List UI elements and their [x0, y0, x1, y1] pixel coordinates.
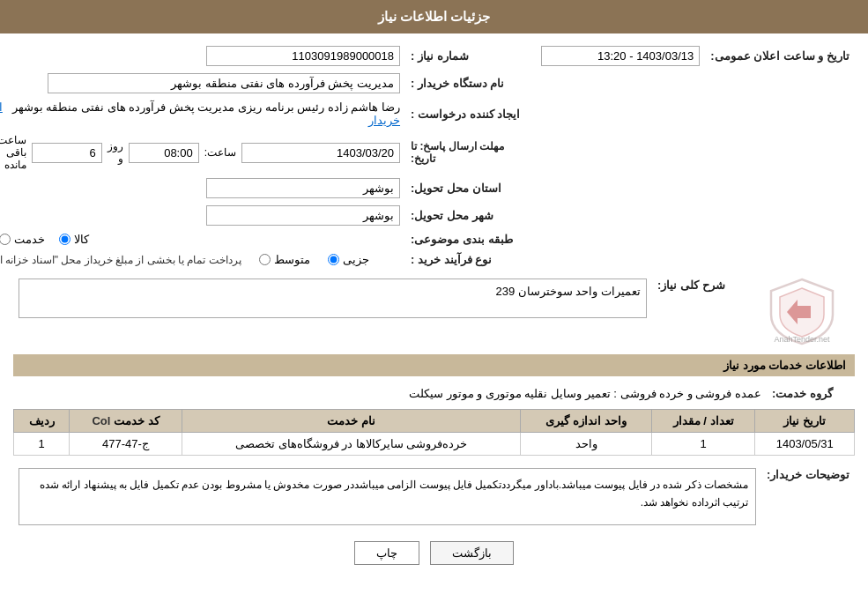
buyer-org-value: مدیریت پخش فرآورده های نفتی منطقه بوشهر — [0, 70, 405, 97]
cell-unit: واحد — [521, 433, 651, 456]
send-day-label: روز و — [108, 140, 123, 165]
col-quantity: تعداد / مقدار — [651, 410, 755, 433]
buyer-notes-value: مشخصات ذکر شده در فایل پیوست میباشد.بادا… — [13, 464, 761, 529]
service-group-label: گروه خدمت: — [767, 383, 855, 404]
need-number-value: 1103091989000018 — [0, 42, 405, 70]
table-row: 1403/05/31 1 واحد خرده‌فروشی سایرکالاها … — [14, 433, 855, 456]
process-options: پرداخت تمام یا بخشی از مبلغ خریداز محل "… — [0, 249, 405, 270]
province-label: استان محل تحویل: — [405, 175, 525, 202]
cell-row-num: 1 — [14, 433, 70, 456]
category-service-option: خدمت — [0, 233, 45, 246]
buyer-org-label-text: نام دستگاه خریدار : — [405, 70, 525, 97]
creator-value: رضا هاشم زاده رئیس برنامه ریزی مدیریت پخ… — [0, 97, 405, 130]
remaining-label: ساعت باقی مانده — [0, 134, 26, 171]
col-service-name: نام خدمت — [182, 410, 521, 433]
process-medium-radio[interactable] — [259, 254, 271, 265]
col-unit: واحد اندازه گیری — [521, 410, 651, 433]
need-number-label: شماره نیاز : — [405, 42, 525, 70]
process-medium-option: متوسط — [259, 253, 310, 266]
process-label: نوع فرآیند خرید : — [405, 249, 525, 270]
send-deadline-row: 16:52:08 ساعت باقی مانده 6 روز و 08:00 س… — [0, 130, 405, 175]
category-options: کالا/خدمت خدمت کالا — [0, 229, 405, 249]
buyer-notes-label: توضیحات خریدار: — [761, 464, 855, 529]
col-row-num: ردیف — [14, 410, 70, 433]
city-value: بوشهر — [0, 202, 405, 229]
cell-quantity: 1 — [651, 433, 755, 456]
page-header: جزئیات اطلاعات نیاز — [0, 0, 868, 33]
city-label: شهر محل تحویل: — [405, 202, 525, 229]
category-label: طبقه بندی موضوعی: — [405, 229, 525, 249]
send-deadline-label: مهلت ارسال پاسخ: تا تاریخ: — [405, 130, 525, 175]
send-date-value: 1403/03/20 — [241, 143, 400, 163]
services-table: تاریخ نیاز تعداد / مقدار واحد اندازه گیر… — [13, 409, 855, 456]
announce-datetime-value: 1403/03/13 - 13:20 — [536, 42, 705, 70]
category-goods-option: کالا — [59, 233, 89, 246]
send-day-value: 6 — [32, 143, 102, 163]
send-time-value: 08:00 — [129, 143, 199, 163]
button-row: بازگشت چاپ — [13, 541, 855, 565]
process-partial-radio[interactable] — [328, 254, 339, 265]
col-service-code: کد خدمت Col — [70, 410, 182, 433]
category-goods-radio[interactable] — [59, 234, 70, 245]
service-group-value: عمده فروشی و خرده فروشی : تعمیر وسایل نق… — [13, 383, 767, 404]
announce-datetime-label: تاریخ و ساعت اعلان عمومی: — [705, 42, 855, 70]
col-badge: Col — [92, 414, 110, 427]
need-desc-label: شرح کلی نیاز: — [652, 275, 740, 322]
cell-need-date: 1403/05/31 — [755, 433, 855, 456]
page-title: جزئیات اطلاعات نیاز — [378, 9, 490, 24]
cell-service-code: ج-47-477 — [70, 433, 182, 456]
process-note: پرداخت تمام یا بخشی از مبلغ خریداز محل "… — [0, 254, 241, 266]
province-value: بوشهر — [0, 175, 405, 202]
services-section-title: اطلاعات خدمات مورد نیاز — [13, 354, 855, 376]
buyer-org-label — [536, 70, 855, 97]
send-time-label: ساعت: — [204, 146, 236, 159]
creator-label: ایجاد کننده درخواست : — [405, 97, 525, 130]
print-button[interactable]: چاپ — [354, 541, 419, 565]
process-partial-option: جزیی — [328, 253, 369, 266]
need-desc-value: تعمیرات واحد سوخترسان 239 — [13, 275, 652, 322]
cell-service-name: خرده‌فروشی سایرکالاها در فروشگاه‌های تخص… — [182, 433, 521, 456]
category-service-radio[interactable] — [0, 234, 11, 245]
back-button[interactable]: بازگشت — [430, 541, 514, 565]
col-need-date: تاریخ نیاز — [755, 410, 855, 433]
